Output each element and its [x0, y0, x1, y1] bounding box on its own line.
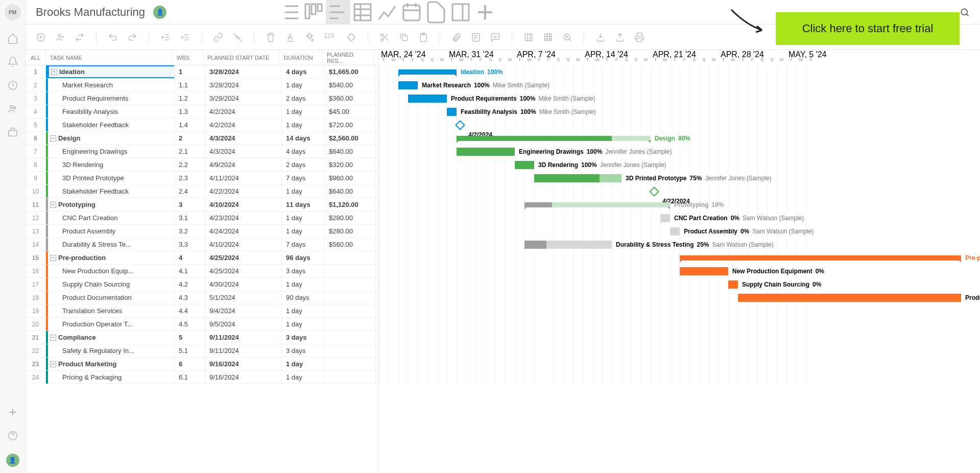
task-name-cell[interactable]: Product Requirements: [48, 92, 175, 105]
trash-icon[interactable]: [266, 32, 276, 42]
task-bar[interactable]: New Production Equipment 0%: [680, 267, 728, 275]
expand-toggle-icon[interactable]: −: [50, 202, 56, 208]
task-row[interactable]: 20 Production Operator T... 4.5 9/5/2024…: [26, 318, 378, 331]
paste-icon[interactable]: [418, 32, 428, 42]
task-name-cell[interactable]: Stakeholder Feedback: [48, 119, 175, 131]
start-date-cell[interactable]: 4/23/2024: [205, 211, 282, 224]
task-bar[interactable]: Product Requirements 100% Mike Smith (Sa…: [408, 94, 447, 103]
resource-cell[interactable]: $640.00: [325, 145, 376, 158]
task-name-cell[interactable]: Product Assembly: [48, 225, 175, 238]
duration-cell[interactable]: 1 day: [282, 278, 325, 291]
start-date-cell[interactable]: 4/30/2024: [205, 278, 282, 291]
resource-cell[interactable]: $1,665.00: [325, 65, 376, 78]
start-date-cell[interactable]: 4/3/2024: [205, 132, 282, 145]
start-date-cell[interactable]: 4/2/2024: [205, 105, 282, 118]
duration-cell[interactable]: 3 days: [282, 265, 325, 277]
task-bar[interactable]: Product Documentation: [738, 294, 961, 302]
start-date-cell[interactable]: 4/25/2024: [205, 265, 282, 277]
duration-cell[interactable]: 1 day: [282, 371, 325, 384]
task-row[interactable]: 8 3D Rendering 2.2 4/9/2024 2 days $320.…: [26, 158, 378, 172]
task-name-cell[interactable]: Durability & Stress Te...: [48, 238, 175, 251]
duration-cell[interactable]: 14 days: [282, 132, 325, 145]
start-date-cell[interactable]: 4/9/2024: [205, 158, 282, 171]
resource-cell[interactable]: $720.00: [325, 119, 376, 131]
task-name-cell[interactable]: Pricing & Packaging: [48, 371, 175, 384]
task-name-cell[interactable]: New Production Equip...: [48, 265, 175, 277]
copy-icon[interactable]: [399, 32, 409, 42]
task-bar[interactable]: Engineering Drawings 100% Jennifer Jones…: [457, 148, 515, 156]
wbs-cell[interactable]: 1.2: [175, 92, 205, 105]
duration-cell[interactable]: 3 days: [282, 344, 325, 357]
wbs-cell[interactable]: 6: [175, 358, 205, 370]
board-view-tab[interactable]: [301, 0, 326, 25]
task-name-cell[interactable]: 3D Rendering: [48, 158, 175, 171]
resource-cell[interactable]: $45.00: [325, 105, 376, 118]
swap-icon[interactable]: [75, 32, 85, 42]
resource-cell[interactable]: [325, 371, 376, 384]
resource-cell[interactable]: [325, 358, 376, 370]
expand-toggle-icon[interactable]: −: [50, 255, 56, 261]
task-name-cell[interactable]: Production Operator T...: [48, 318, 175, 330]
resource-cell[interactable]: [325, 331, 376, 344]
add-view-tab[interactable]: [473, 0, 497, 25]
task-bar[interactable]: Feasibility Analysis 100% Mike Smith (Sa…: [447, 108, 457, 116]
resource-cell[interactable]: [325, 278, 376, 291]
task-row[interactable]: 1 − Ideation 1 3/28/2024 4 days $1,665.0…: [26, 65, 378, 79]
task-name-cell[interactable]: − Prototyping: [48, 198, 175, 211]
task-row[interactable]: 17 Supply Chain Sourcing 4.2 4/30/2024 1…: [26, 278, 378, 291]
duration-cell[interactable]: 96 days: [282, 251, 325, 264]
duration-cell[interactable]: 1 day: [282, 358, 325, 370]
task-name-cell[interactable]: − Compliance: [48, 331, 175, 344]
team-icon[interactable]: [7, 103, 18, 114]
start-date-cell[interactable]: 9/11/2024: [205, 331, 282, 344]
wbs-cell[interactable]: 1.3: [175, 105, 205, 118]
summary-bar[interactable]: Design 80%: [457, 136, 651, 141]
wbs-cell[interactable]: 4: [175, 251, 205, 264]
app-logo[interactable]: PM: [5, 4, 21, 20]
task-row[interactable]: 9 3D Printed Prototype 2.3 4/11/2024 7 d…: [26, 172, 378, 185]
resource-cell[interactable]: [325, 304, 376, 317]
start-date-cell[interactable]: 4/25/2024: [205, 251, 282, 264]
resource-cell[interactable]: $560.00: [325, 238, 376, 251]
start-date-cell[interactable]: 4/2/2024: [205, 119, 282, 131]
duration-cell[interactable]: 1 day: [282, 105, 325, 118]
wbs-cell[interactable]: 6.1: [175, 371, 205, 384]
task-name-cell[interactable]: Feasibility Analysis: [48, 105, 175, 118]
wbs-cell[interactable]: 4.3: [175, 291, 205, 304]
notes-icon[interactable]: [471, 32, 481, 42]
unlink-icon[interactable]: [232, 32, 243, 42]
duration-cell[interactable]: 1 day: [282, 211, 325, 224]
duration-cell[interactable]: 1 day: [282, 318, 325, 330]
task-bar[interactable]: Market Research 100% Mike Smith (Sample): [398, 81, 418, 89]
summary-bar[interactable]: Pre-production: [680, 255, 961, 261]
task-row[interactable]: 18 Product Documentation 4.3 5/1/2024 90…: [26, 291, 378, 304]
comment-icon[interactable]: [490, 32, 500, 42]
task-row[interactable]: 21 − Compliance 5 9/11/2024 3 days: [26, 331, 378, 344]
task-name-cell[interactable]: Market Research: [48, 79, 175, 91]
duration-cell[interactable]: 2 days: [282, 92, 325, 105]
gantt-view-tab[interactable]: [326, 0, 350, 25]
col-header-task[interactable]: TASK NAME: [46, 50, 173, 65]
wbs-cell[interactable]: 4.4: [175, 304, 205, 317]
task-row[interactable]: 16 New Production Equip... 4.1 4/25/2024…: [26, 265, 378, 278]
task-bar[interactable]: CNC Part Creation 0% Sam Watson (Sample): [660, 214, 670, 222]
start-date-cell[interactable]: 4/24/2024: [205, 225, 282, 238]
task-name-cell[interactable]: − Design: [48, 132, 175, 145]
wbs-cell[interactable]: 4.5: [175, 318, 205, 330]
task-name-cell[interactable]: − Product Marketing: [48, 358, 175, 370]
help-icon[interactable]: [7, 430, 18, 441]
duration-cell[interactable]: 4 days: [282, 145, 325, 158]
wbs-cell[interactable]: 3: [175, 198, 205, 211]
start-date-cell[interactable]: 3/28/2024: [205, 65, 282, 78]
resource-cell[interactable]: [325, 344, 376, 357]
cut-icon[interactable]: [379, 32, 390, 42]
wbs-cell[interactable]: 3.3: [175, 238, 205, 251]
task-name-cell[interactable]: Product Documentation: [48, 291, 175, 304]
outdent-icon[interactable]: [160, 32, 171, 42]
fill-color-icon[interactable]: [304, 32, 315, 42]
task-bar[interactable]: Durability & Stress Testing 25% Sam Wats…: [524, 241, 612, 249]
task-row[interactable]: 7 Engineering Drawings 2.1 4/3/2024 4 da…: [26, 145, 378, 158]
duration-cell[interactable]: 11 days: [282, 198, 325, 211]
wbs-icon[interactable]: 123: [324, 32, 337, 42]
col-header-resource[interactable]: PLANNED RES...: [323, 50, 374, 65]
